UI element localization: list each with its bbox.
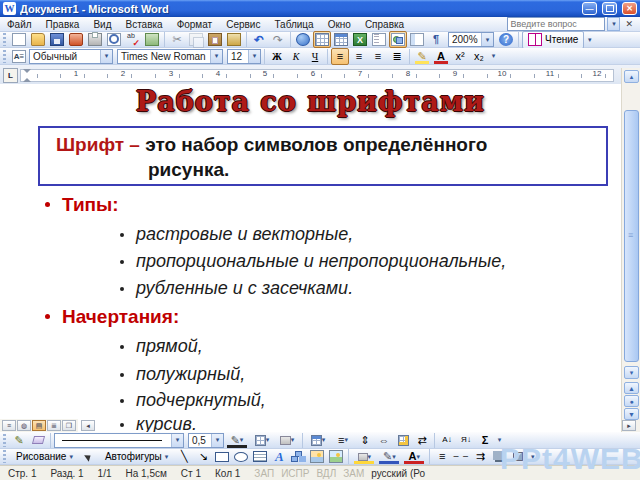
menu-edit[interactable]: Правка (39, 17, 87, 31)
show-paragraph-button[interactable]: ¶ (427, 31, 445, 48)
status-indicator-record[interactable]: ЗАП (254, 468, 274, 479)
indent-markers[interactable] (22, 69, 31, 82)
copy-button[interactable] (187, 31, 205, 48)
toolbar-grip[interactable] (3, 450, 6, 463)
redo-button[interactable]: ↷ (269, 31, 287, 48)
style-select[interactable]: Обычный ▾ (29, 49, 113, 64)
document-map-button[interactable] (408, 31, 426, 48)
wordart-button[interactable]: A (270, 448, 288, 465)
highlight-button[interactable]: ✎ (413, 48, 431, 65)
next-page-button[interactable]: ▼ (624, 408, 639, 420)
font-color-button[interactable]: А (432, 48, 450, 65)
draw-table-button[interactable]: ✎ (10, 432, 28, 449)
toolbar-grip[interactable] (3, 33, 6, 46)
autoshapes-menu-button[interactable]: Автофигуры ▾ (99, 448, 174, 466)
undo-button[interactable]: ↶ (250, 31, 268, 48)
insert-diagram-button[interactable] (289, 448, 307, 465)
reading-layout-button[interactable]: ❐ (62, 420, 76, 431)
print-button[interactable] (86, 31, 104, 48)
tab-selector[interactable]: L (3, 68, 18, 83)
cut-button[interactable]: ✂ (168, 31, 186, 48)
scroll-left-button[interactable]: ◂ (81, 420, 95, 431)
menu-format[interactable]: Формат (170, 17, 220, 31)
fill-color-button[interactable]: ▾ (352, 448, 376, 465)
rectangle-tool-button[interactable] (213, 448, 231, 465)
autosum-button[interactable]: Σ (476, 432, 494, 449)
ask-question-input[interactable] (507, 17, 605, 31)
status-indicator-extend[interactable]: ВДЛ (316, 468, 336, 479)
insert-hyperlink-button[interactable] (294, 31, 312, 48)
document-page[interactable]: Работа со шрифтами Шрифт – это набор сим… (0, 84, 621, 432)
scroll-down-button[interactable]: ▾ (624, 366, 639, 379)
vertical-scrollbar[interactable]: ▴ ▾ ▲ ● ▼ (621, 68, 640, 432)
line-style-dropdown-icon[interactable]: ▾ (171, 434, 183, 447)
shading-color-button[interactable]: ▾ (275, 432, 299, 449)
previous-page-button[interactable]: ▲ (624, 382, 639, 394)
bold-button[interactable]: Ж (268, 48, 286, 65)
question-dropdown-icon[interactable]: ▾ (607, 17, 620, 31)
line-color-button[interactable]: ✎▾ (377, 448, 401, 465)
drawing-menu-button[interactable]: Рисование ▾ (10, 448, 79, 466)
toolbar-options-button[interactable]: ▾ (489, 48, 498, 64)
font-select[interactable]: Times New Roman ▾ (117, 49, 223, 64)
scroll-up-button[interactable]: ▴ (624, 70, 639, 83)
tables-and-borders-button[interactable] (313, 31, 331, 48)
zoom-select[interactable]: 200% ▾ (448, 32, 494, 47)
menu-view[interactable]: Вид (86, 17, 118, 31)
arrow-style-button[interactable]: ⇉ (471, 448, 489, 465)
superscript-button[interactable]: x² (451, 48, 469, 65)
font-size-select[interactable]: 12 ▾ (227, 49, 261, 64)
print-preview-button[interactable] (105, 31, 123, 48)
menu-help[interactable]: Справка (358, 17, 411, 31)
line-tool-button[interactable]: ╲ (175, 448, 193, 465)
horizontal-scrollbar[interactable]: ≡ ◍ ▤ ≣ ❐ ◂ (0, 419, 621, 432)
status-indicator-revisions[interactable]: ИСПР (281, 468, 309, 479)
outside-border-button[interactable]: ▾ (250, 432, 274, 449)
wordart-title[interactable]: Работа со шрифтами (0, 86, 621, 117)
toolbar-options-button[interactable]: ▾ (585, 32, 594, 48)
outline-view-button[interactable]: ≣ (47, 420, 61, 431)
size-dropdown-icon[interactable]: ▾ (248, 50, 260, 63)
align-center-button[interactable]: ≡ (350, 48, 368, 65)
format-painter-button[interactable] (225, 31, 243, 48)
new-document-button[interactable] (10, 31, 28, 48)
menu-insert[interactable]: Вставка (118, 17, 169, 31)
underline-button[interactable]: Ч (306, 48, 324, 65)
definition-box[interactable]: Шрифт – это набор символов определённого… (38, 126, 608, 186)
insert-excel-button[interactable]: X (351, 31, 369, 48)
status-indicator-overtype[interactable]: ЗАМ (343, 468, 364, 479)
italic-button[interactable]: К (287, 48, 305, 65)
font-dropdown-icon[interactable]: ▾ (210, 50, 222, 63)
minimize-button[interactable]: — (582, 2, 597, 15)
vertical-scroll-thumb[interactable] (624, 110, 639, 362)
styles-pane-button[interactable]: A≡ (10, 48, 28, 65)
spelling-button[interactable] (124, 31, 142, 48)
select-objects-button[interactable] (80, 448, 98, 465)
columns-button[interactable] (370, 31, 388, 48)
select-browse-object-button[interactable]: ● (624, 395, 639, 407)
toolbar-grip[interactable] (3, 434, 6, 447)
print-layout-view-button[interactable]: ▤ (32, 420, 46, 431)
table-autoformat-button[interactable] (394, 432, 412, 449)
threed-style-button[interactable] (509, 448, 527, 465)
paste-button[interactable] (206, 31, 224, 48)
align-left-button[interactable]: ≡ (331, 48, 349, 65)
help-button[interactable]: ? (497, 31, 515, 48)
insert-picture-button[interactable] (327, 448, 345, 465)
research-button[interactable] (143, 31, 161, 48)
line-weight-select[interactable]: 0,5 ▾ (188, 433, 224, 448)
line-weight-dropdown-icon[interactable]: ▾ (211, 434, 223, 447)
toolbar-grip[interactable] (3, 50, 6, 63)
normal-view-button[interactable]: ≡ (2, 420, 16, 431)
align-cells-button[interactable]: ≡▾ (331, 432, 355, 449)
text-direction-button[interactable]: ⇄ (413, 432, 431, 449)
align-justify-button[interactable]: ≣ (388, 48, 406, 65)
border-color-button[interactable]: ✎▾ (225, 432, 249, 449)
subscript-button[interactable]: x₂ (470, 48, 488, 65)
clip-art-button[interactable] (308, 448, 326, 465)
toolbar-options-button[interactable]: ▾ (495, 432, 504, 448)
arrow-tool-button[interactable]: ↘ (194, 448, 212, 465)
sort-descending-button[interactable]: Я↓ (457, 432, 475, 449)
align-right-button[interactable]: ≡ (369, 48, 387, 65)
distribute-columns-button[interactable]: ⇔ (375, 432, 393, 449)
